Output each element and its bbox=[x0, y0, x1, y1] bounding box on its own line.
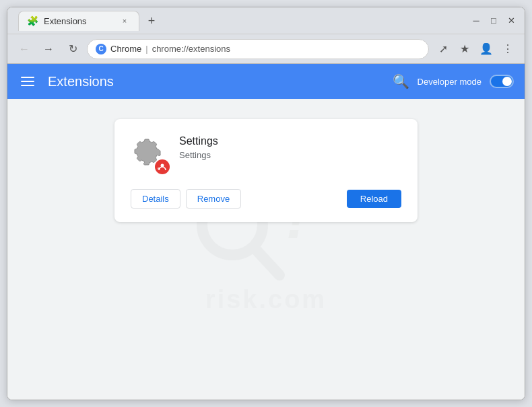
site-favicon: C bbox=[96, 44, 106, 54]
extension-icon-wrapper bbox=[131, 135, 168, 173]
watermark-text: risk.com bbox=[205, 285, 327, 314]
back-button[interactable]: ← bbox=[14, 39, 34, 59]
profile-button[interactable]: 👤 bbox=[476, 39, 496, 59]
tab-label: Extensions bbox=[44, 16, 87, 26]
close-button[interactable]: ✕ bbox=[504, 14, 518, 28]
hamburger-line-2 bbox=[21, 81, 34, 82]
tabs-area: 🧩 Extensions × + bbox=[13, 11, 519, 31]
url-text: chrome://extensions bbox=[152, 44, 230, 54]
header-actions: 🔍 Developer mode bbox=[393, 73, 514, 89]
extension-header: Settings Settings bbox=[131, 135, 401, 173]
window-controls: ─ □ ✕ bbox=[469, 14, 518, 28]
refresh-button[interactable]: ↻ bbox=[63, 39, 83, 59]
maximize-button[interactable]: □ bbox=[487, 14, 500, 28]
hamburger-line-3 bbox=[21, 85, 34, 86]
developer-mode-toggle[interactable] bbox=[490, 75, 514, 88]
reload-button[interactable]: Reload bbox=[347, 190, 401, 208]
page-title: Extensions bbox=[48, 74, 382, 89]
share-button[interactable]: ➚ bbox=[433, 39, 453, 59]
menu-button[interactable]: ⋮ bbox=[498, 39, 518, 59]
title-bar: 🧩 Extensions × + ─ □ ✕ bbox=[7, 7, 525, 34]
nav-bar: ← → ↻ C Chrome | chrome://extensions ➚ ★… bbox=[7, 34, 525, 64]
extension-description: Settings bbox=[179, 150, 401, 160]
url-separator: | bbox=[145, 44, 147, 54]
extension-card: Settings Settings Details Remove Reload bbox=[114, 119, 418, 222]
active-tab[interactable]: 🧩 Extensions × bbox=[18, 11, 139, 31]
tab-close-button[interactable]: × bbox=[119, 15, 131, 27]
new-tab-button[interactable]: + bbox=[142, 12, 161, 31]
bookmark-button[interactable]: ★ bbox=[455, 39, 475, 59]
search-button[interactable]: 🔍 bbox=[393, 73, 409, 89]
forward-button[interactable]: → bbox=[38, 39, 59, 59]
site-name: Chrome bbox=[110, 44, 141, 54]
main-content: ! risk.com bbox=[7, 99, 525, 400]
remove-button[interactable]: Remove bbox=[186, 189, 241, 209]
browser-window: 🧩 Extensions × + ─ □ ✕ ← → ↻ C Chrome | … bbox=[7, 7, 525, 400]
svg-line-1 bbox=[255, 249, 279, 275]
app-header: Extensions 🔍 Developer mode bbox=[7, 64, 525, 99]
nav-actions: ➚ ★ 👤 ⋮ bbox=[433, 39, 518, 59]
extensions-tab-icon: 🧩 bbox=[27, 15, 38, 26]
details-button[interactable]: Details bbox=[131, 189, 180, 209]
badge-icon bbox=[155, 159, 170, 174]
developer-mode-label: Developer mode bbox=[418, 77, 481, 87]
hamburger-menu-button[interactable] bbox=[18, 74, 37, 89]
extension-info: Settings Settings bbox=[179, 135, 401, 160]
address-bar[interactable]: C Chrome | chrome://extensions bbox=[87, 39, 429, 59]
minimize-button[interactable]: ─ bbox=[469, 14, 483, 28]
svg-rect-4 bbox=[158, 168, 160, 170]
extension-name: Settings bbox=[179, 135, 401, 147]
hamburger-line-1 bbox=[21, 77, 34, 78]
extension-actions: Details Remove Reload bbox=[131, 189, 401, 209]
